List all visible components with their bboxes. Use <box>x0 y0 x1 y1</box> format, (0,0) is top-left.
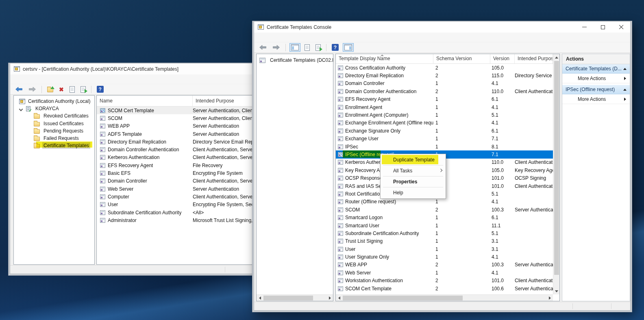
actions-section-certificate-templates[interactable]: Certificate Templates (D... <box>562 64 630 74</box>
template-display-name: Web Server <box>345 270 371 276</box>
table-row[interactable]: Directory Email Replication 2 115.0 Dire… <box>336 72 553 79</box>
list-hscrollbar[interactable] <box>336 294 553 301</box>
scope-item-certificate-templates[interactable]: Certificate Templates (DC02.kora <box>257 57 333 64</box>
tree-item-folder[interactable]: Issued Certificates <box>14 120 94 127</box>
properties-icon[interactable] <box>303 43 311 52</box>
schema-version: 1 <box>433 96 490 102</box>
back-icon[interactable] <box>257 44 268 51</box>
table-row[interactable]: SCOM Cert Template 2 100.6 Server Authen… <box>336 285 553 292</box>
menu-item[interactable] <box>257 36 263 39</box>
help-icon[interactable]: ? <box>330 43 340 52</box>
template-name: SCOM <box>108 115 122 121</box>
console-list-header[interactable]: Template Display Name Schema Version Ver… <box>336 54 553 64</box>
forward-icon[interactable] <box>271 44 282 51</box>
console-tree-toggle-icon[interactable] <box>289 43 300 52</box>
certificate-template-icon <box>338 247 343 252</box>
column-header-version[interactable]: Version <box>490 54 515 63</box>
table-row[interactable]: Router (Offline request) 1 4.1 <box>336 198 553 206</box>
table-row[interactable]: Exchange Signature Only 1 6.1 <box>336 127 553 135</box>
table-row[interactable]: Workstation Authentication 2 101.0 Clien… <box>336 277 553 285</box>
tree-item-folder[interactable]: Failed Requests <box>14 135 94 142</box>
schema-version: 1 <box>433 223 490 229</box>
intended-purpose: Server Authentication, Client Authentica… <box>515 286 553 292</box>
flyout-arrow-icon <box>624 98 626 101</box>
table-row[interactable]: Smartcard Logon 1 6.1 <box>336 213 553 221</box>
collapse-icon[interactable] <box>623 68 627 70</box>
delete-icon[interactable]: ✖ <box>57 85 65 94</box>
table-row[interactable]: User 1 3.1 <box>336 245 553 253</box>
list-vscrollbar[interactable] <box>553 54 559 294</box>
column-header-display-name[interactable]: Template Display Name <box>336 54 433 63</box>
back-icon[interactable] <box>13 85 24 93</box>
table-row[interactable]: Enrollment Agent (Computer) 1 5.1 <box>336 111 553 119</box>
table-row[interactable]: Smartcard User 1 11.1 <box>336 222 553 229</box>
certsrv-app-icon <box>14 66 20 72</box>
close-button[interactable] <box>612 22 630 33</box>
certificate-template-icon <box>100 171 105 176</box>
table-row[interactable]: IPSec 1 8.1 <box>336 143 553 150</box>
action-pane-toggle-icon[interactable] <box>343 43 354 52</box>
column-header-schema-version[interactable]: Schema Version <box>433 54 490 63</box>
table-row[interactable]: Domain Controller 1 4.1 <box>336 80 553 87</box>
version: 6.1 <box>490 128 515 134</box>
tree-item-folder[interactable]: Pending Requests <box>14 127 94 135</box>
certificate-template-icon <box>338 160 343 165</box>
table-row[interactable]: SCOM 2 100.3 Server Authentication, Clie… <box>336 206 553 213</box>
menu-item[interactable] <box>26 78 32 81</box>
console-window-title: Certificate Templates Console <box>267 24 331 30</box>
more-actions-button[interactable]: More Actions <box>562 74 630 83</box>
table-row[interactable]: Domain Controller Authentication 2 110.0… <box>336 87 553 95</box>
folder-icon <box>34 137 40 141</box>
column-header-name[interactable]: Name <box>97 96 193 106</box>
maximize-button[interactable] <box>594 22 612 33</box>
export-list-icon[interactable] <box>79 85 87 94</box>
more-actions-button[interactable]: More Actions <box>562 94 630 104</box>
actions-section-ipsec-offline[interactable]: IPSec (Offline request) <box>562 85 630 94</box>
table-row[interactable]: Subordinate Certification Authority 1 5.… <box>336 229 553 237</box>
template-display-name: IPSec <box>345 144 358 150</box>
collapse-icon[interactable] <box>623 89 627 91</box>
table-row[interactable]: Exchange User 1 7.1 <box>336 135 553 143</box>
menu-item[interactable] <box>276 36 283 39</box>
menu-item[interactable] <box>263 36 270 39</box>
column-header-intended-purpose[interactable]: Intended Purpose <box>515 54 553 63</box>
table-row[interactable]: WEB APP 2 100.3 Server Authentication <box>336 261 553 269</box>
tree-item-root[interactable]: Certification Authority (Local) <box>14 98 94 105</box>
certificate-template-icon <box>338 199 343 204</box>
table-row[interactable]: Enrollment Agent 1 4.1 <box>336 103 553 111</box>
actions-pane-title: Actions <box>562 54 630 64</box>
template-display-name: Enrollment Agent <box>345 104 382 110</box>
console-toolbar: ? <box>254 42 630 53</box>
certificate-template-icon <box>338 255 343 259</box>
table-row[interactable]: Cross Certification Authority 2 105.0 <box>336 64 553 72</box>
menu-item[interactable] <box>19 78 26 81</box>
certificate-template-icon <box>100 179 105 183</box>
menu-item-all-tasks[interactable]: All Tasks <box>381 166 446 176</box>
certificate-template-icon <box>338 231 343 236</box>
menu-item[interactable] <box>13 78 19 81</box>
new-template-icon[interactable] <box>46 85 55 94</box>
tree-item-ca-server[interactable]: KORAYCA <box>14 105 94 112</box>
minimize-button[interactable] <box>575 22 594 33</box>
table-row[interactable]: EFS Recovery Agent 1 6.1 <box>336 96 553 103</box>
table-row[interactable]: Web Server 1 4.1 <box>336 269 553 276</box>
left-pane-hscrollbar[interactable] <box>257 294 333 301</box>
console-titlebar[interactable]: Certificate Templates Console <box>254 22 630 33</box>
menu-item-help[interactable]: Help <box>381 188 446 198</box>
menu-item-properties[interactable]: Properties <box>381 177 446 187</box>
help-icon[interactable]: ? <box>95 85 105 94</box>
flyout-arrow-icon <box>624 77 626 80</box>
tree-item-folder[interactable]: Revoked Certificates <box>14 112 94 120</box>
table-row[interactable]: Trust List Signing 1 3.1 <box>336 237 553 245</box>
menu-item[interactable] <box>270 36 276 39</box>
table-row[interactable]: Exchange Enrollment Agent (Offline requ.… <box>336 119 553 127</box>
table-row[interactable]: User Signature Only 1 4.1 <box>336 253 553 261</box>
menu-item[interactable] <box>32 78 39 81</box>
forward-icon[interactable] <box>27 85 38 93</box>
properties-icon[interactable] <box>68 85 76 94</box>
template-display-name: Router (Offline request) <box>345 199 396 205</box>
chevron-down-icon[interactable] <box>19 107 23 111</box>
certificate-templates-icon <box>259 58 265 63</box>
version: 105.0 <box>490 168 515 173</box>
export-list-icon[interactable] <box>314 43 322 52</box>
